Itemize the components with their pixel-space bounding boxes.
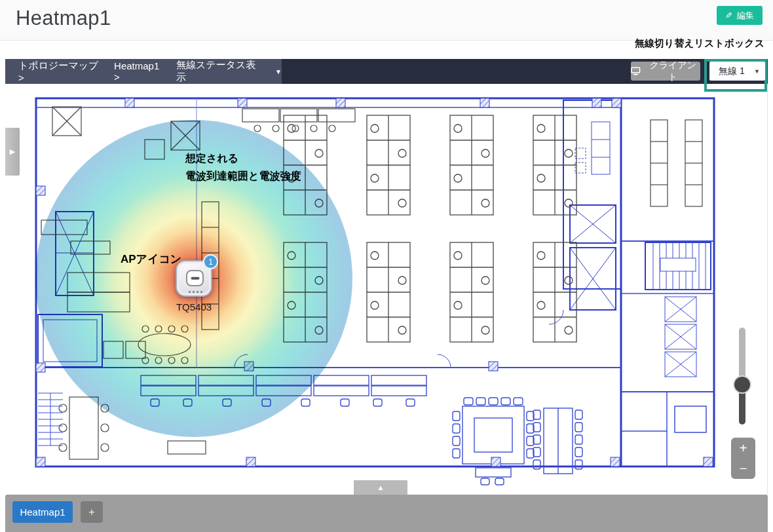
breadcrumb-wireless-status[interactable]: 無線ステータス表示 (176, 59, 262, 84)
coverage-callout-line1: 想定される (185, 149, 301, 167)
zoom-slider-thumb[interactable] (734, 377, 750, 392)
client-button-label: クライアント (646, 60, 700, 83)
map-canvas[interactable]: 想定される 電波到達範囲と電波強度 APアイコン 1 TQ5403 (5, 84, 768, 495)
ap-device-slot (191, 276, 199, 280)
ap-device-leds (177, 291, 214, 293)
ap-radio-count-badge: 1 (203, 254, 218, 269)
chevron-down-icon: ▼ (754, 68, 760, 75)
pencil-icon: ✎ (725, 10, 732, 20)
chevron-right-icon: ▶ (10, 147, 15, 156)
chevron-up-icon: ▲ (377, 484, 385, 491)
zoom-in-button[interactable]: + (731, 438, 755, 459)
edit-button-label: 編集 (737, 10, 754, 22)
page-title: Heatmap1 (16, 7, 111, 30)
breadcrumb: トポロジーマップ > Heatmap1 > 無線ステータス表示 ▼ (5, 59, 282, 84)
zoom-slider-track[interactable] (739, 328, 745, 425)
ap-device-face (186, 270, 204, 286)
panel-divider (767, 84, 768, 495)
client-button[interactable]: クライアント (631, 62, 700, 81)
map-tab-bar: Heatmap1 + (5, 495, 768, 532)
breadcrumb-caret-icon[interactable]: ▼ (275, 68, 282, 75)
tab-heatmap1[interactable]: Heatmap1 (12, 501, 73, 523)
radio-switch-listbox[interactable]: 無線 1 ▼ (709, 62, 765, 81)
coverage-callout-line2: 電波到達範囲と電波強度 (185, 167, 301, 185)
add-map-tab-button[interactable]: + (81, 501, 103, 523)
radio-listbox-callout: 無線切り替えリストボックス (635, 37, 764, 50)
breadcrumb-heatmap1[interactable]: Heatmap1 > (114, 60, 166, 83)
app-header: Heatmap1 ✎ 編集 (0, 0, 773, 41)
left-panel-expand-handle[interactable]: ▶ (5, 128, 20, 176)
monitor-icon (631, 67, 641, 75)
zoom-button-panel: + − (731, 438, 755, 479)
edit-button[interactable]: ✎ 編集 (717, 6, 763, 25)
breadcrumb-topology-map[interactable]: トポロジーマップ > (18, 60, 104, 83)
coverage-callout: 想定される 電波到達範囲と電波強度 (185, 149, 301, 185)
bottom-panel-collapse-handle[interactable]: ▲ (354, 480, 407, 495)
zoom-out-button[interactable]: − (731, 459, 755, 480)
ap-name-label: TQ5403 (164, 301, 223, 313)
ap-icon-callout: APアイコン (121, 252, 181, 267)
radio-select-value: 無線 1 (719, 66, 745, 77)
